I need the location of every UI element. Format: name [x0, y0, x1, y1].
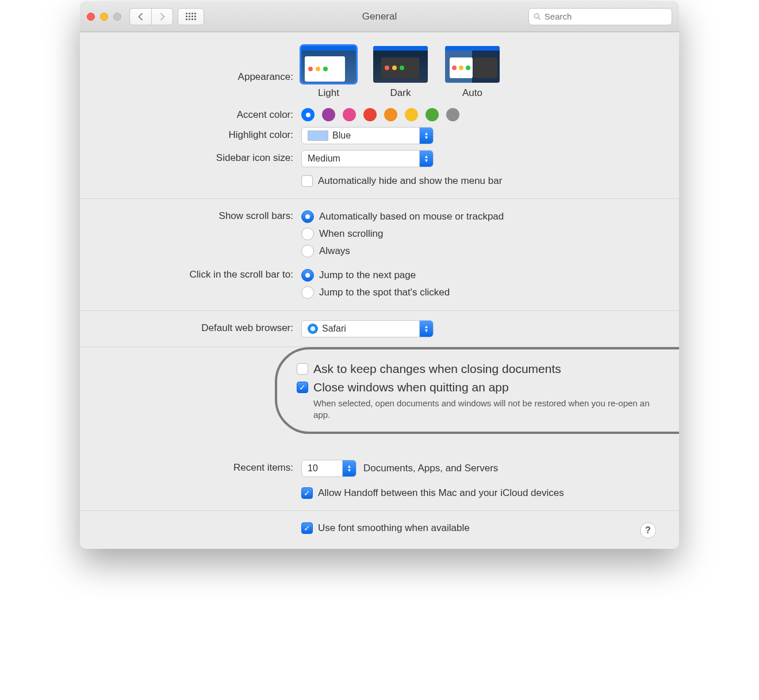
- zoom-window-button[interactable]: [113, 13, 121, 21]
- highlight-color-dropdown[interactable]: Blue ▲▼: [301, 127, 434, 144]
- accent-color-7[interactable]: [446, 108, 459, 121]
- forward-button[interactable]: [151, 8, 173, 25]
- accent-color-6[interactable]: [425, 108, 439, 121]
- scroll-auto-label: Automatically based on mouse or trackpad: [319, 211, 504, 222]
- default-browser-dropdown[interactable]: Safari ▲▼: [301, 320, 434, 337]
- nav-buttons: [129, 8, 173, 25]
- scroll-bars-label: Show scroll bars:: [103, 208, 301, 222]
- sidebar-size-label: Sidebar icon size:: [103, 150, 301, 164]
- appearance-light-option[interactable]: [301, 46, 356, 83]
- jump-spot-label: Jump to the spot that's clicked: [319, 287, 450, 298]
- sidebar-size-dropdown[interactable]: Medium ▲▼: [301, 150, 434, 167]
- scroll-auto-radio[interactable]: [301, 210, 314, 223]
- window-controls: [87, 13, 121, 21]
- scroll-when-scrolling-radio[interactable]: [301, 228, 314, 240]
- close-windows-callout: Ask to keep changes when closing documen…: [275, 347, 679, 434]
- appearance-auto-option[interactable]: [445, 46, 500, 83]
- ask-keep-changes-label: Ask to keep changes when closing documen…: [313, 362, 561, 376]
- jump-next-page-radio[interactable]: [301, 269, 314, 282]
- scroll-always-label: Always: [319, 245, 350, 257]
- font-smoothing-label: Use font smoothing when available: [318, 522, 470, 534]
- back-button[interactable]: [129, 8, 151, 25]
- appearance-dark-label: Dark: [390, 87, 411, 99]
- close-window-button[interactable]: [87, 13, 95, 21]
- minimize-window-button[interactable]: [100, 13, 108, 21]
- recent-items-label: Recent items:: [103, 460, 301, 474]
- accent-color-4[interactable]: [384, 108, 397, 121]
- highlight-color-label: Highlight color:: [103, 127, 301, 141]
- sidebar-size-value: Medium: [308, 153, 340, 164]
- accent-color-0[interactable]: [301, 108, 315, 121]
- accent-color-5[interactable]: [405, 108, 418, 121]
- chevron-updown-icon: ▲▼: [419, 128, 433, 144]
- recent-items-suffix: Documents, Apps, and Servers: [363, 463, 498, 474]
- appearance-auto-label: Auto: [462, 87, 482, 99]
- content-pane: Appearance: Light: [80, 32, 679, 549]
- show-all-button[interactable]: [178, 8, 204, 25]
- jump-next-page-label: Jump to the next page: [319, 270, 416, 281]
- chevron-updown-icon: ▲▼: [419, 151, 433, 167]
- appearance-dark-option[interactable]: [373, 46, 428, 83]
- highlight-color-value: Blue: [332, 130, 351, 141]
- default-browser-value: Safari: [322, 324, 346, 334]
- scroll-always-radio[interactable]: [301, 245, 314, 257]
- close-windows-label: Close windows when quitting an app: [313, 380, 509, 394]
- help-button[interactable]: ?: [640, 522, 656, 539]
- general-preferences-window: General Appearance:: [80, 1, 679, 549]
- handoff-label: Allow Handoff between this Mac and your …: [318, 487, 564, 499]
- font-smoothing-checkbox[interactable]: ✓: [301, 522, 313, 534]
- default-browser-label: Default web browser:: [103, 320, 301, 334]
- accent-color-label: Accent color:: [103, 107, 301, 121]
- handoff-checkbox[interactable]: ✓: [301, 487, 313, 499]
- highlight-swatch: [308, 130, 328, 141]
- auto-hide-menubar-label: Automatically hide and show the menu bar: [318, 175, 502, 187]
- titlebar: General: [80, 1, 679, 32]
- accent-color-1[interactable]: [322, 108, 335, 121]
- click-scrollbar-label: Click in the scroll bar to:: [103, 267, 301, 280]
- accent-color-3[interactable]: [363, 108, 377, 121]
- scroll-when-scrolling-label: When scrolling: [319, 228, 384, 240]
- recent-items-value: 10: [308, 463, 318, 474]
- safari-icon: [308, 324, 318, 334]
- jump-spot-radio[interactable]: [301, 286, 314, 299]
- close-windows-description: When selected, open documents and window…: [297, 397, 653, 421]
- recent-items-dropdown[interactable]: 10 ▲▼: [301, 460, 356, 477]
- chevron-updown-icon: ▲▼: [342, 460, 356, 476]
- ask-keep-changes-checkbox[interactable]: [297, 363, 308, 375]
- auto-hide-menubar-checkbox[interactable]: [301, 175, 313, 187]
- search-input[interactable]: [545, 11, 667, 21]
- search-field[interactable]: [528, 8, 672, 25]
- appearance-label: Appearance:: [103, 46, 301, 83]
- close-windows-checkbox[interactable]: ✓: [297, 382, 308, 393]
- appearance-light-label: Light: [318, 87, 339, 99]
- search-icon: [534, 13, 541, 21]
- chevron-updown-icon: ▲▼: [419, 321, 433, 337]
- accent-color-2[interactable]: [343, 108, 356, 121]
